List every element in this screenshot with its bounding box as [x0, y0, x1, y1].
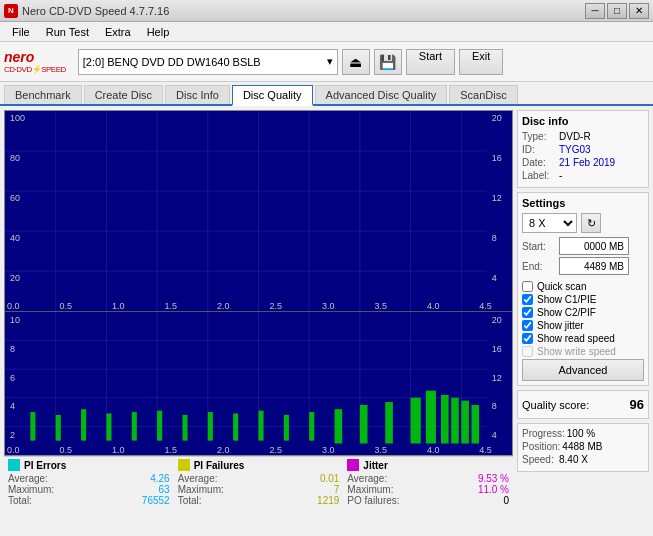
pi-failures-average-value: 0.01 [320, 473, 339, 484]
show-read-speed-label: Show read speed [537, 333, 615, 344]
disc-date-label: Date: [522, 157, 557, 168]
menu-extra[interactable]: Extra [97, 24, 139, 40]
exit-button[interactable]: Exit [459, 49, 503, 75]
start-input[interactable] [559, 237, 629, 255]
end-input[interactable] [559, 257, 629, 275]
svg-rect-38 [56, 415, 61, 441]
jitter-maximum-label: Maximum: [347, 484, 393, 495]
drive-selector-text: [2:0] BENQ DVD DD DW1640 BSLB [83, 56, 261, 68]
disc-id-value: TYG03 [559, 144, 591, 155]
pi-errors-average-label: Average: [8, 473, 48, 484]
pi-errors-color-box [8, 459, 20, 471]
svg-rect-49 [335, 409, 343, 443]
svg-text:8: 8 [10, 344, 15, 354]
eject-button[interactable]: ⏏ [342, 49, 370, 75]
speed-row: 8 X Max 2 X 4 X 6 X 12 X ↻ [522, 213, 644, 233]
quick-scan-checkbox[interactable] [522, 281, 533, 292]
close-button[interactable]: ✕ [629, 3, 649, 19]
jitter-average-label: Average: [347, 473, 387, 484]
nero-logo: nero CD·DVD⚡SPEED [4, 49, 66, 74]
advanced-button[interactable]: Advanced [522, 359, 644, 381]
start-button[interactable]: Start [406, 49, 455, 75]
show-jitter-checkbox[interactable] [522, 320, 533, 331]
pi-errors-maximum-row: Maximum: 63 [8, 484, 170, 495]
refresh-button[interactable]: ↻ [581, 213, 601, 233]
menu-bar: File Run Test Extra Help [0, 22, 653, 42]
pi-errors-total-label: Total: [8, 495, 32, 506]
svg-text:8: 8 [492, 233, 497, 243]
title-bar: N Nero CD-DVD Speed 4.7.7.16 ─ □ ✕ [0, 0, 653, 22]
progress-section: Progress: 100 % Position: 4488 MB Speed:… [517, 423, 649, 472]
charts-container: 20 16 12 8 4 100 80 60 40 20 0.0 0.5 [4, 110, 513, 456]
pi-errors-label: PI Errors [24, 460, 66, 471]
svg-text:12: 12 [492, 373, 502, 383]
svg-text:6: 6 [10, 373, 15, 383]
top-chart-svg: 20 16 12 8 4 100 80 60 40 20 [5, 111, 512, 311]
pi-failures-color-box [178, 459, 190, 471]
svg-rect-47 [284, 415, 289, 441]
svg-text:8: 8 [492, 401, 497, 411]
svg-text:2: 2 [10, 430, 15, 440]
jitter-color-box [347, 459, 359, 471]
jitter-group: Jitter Average: 9.53 % Maximum: 11.0 % P… [347, 459, 509, 534]
show-c1-pie-label: Show C1/PIE [537, 294, 596, 305]
pi-errors-average-value: 4.26 [150, 473, 169, 484]
svg-rect-42 [157, 411, 162, 441]
tab-disc-quality[interactable]: Disc Quality [232, 85, 313, 106]
position-value: 4488 MB [562, 441, 602, 452]
progress-value: 100 % [567, 428, 595, 439]
tab-create-disc[interactable]: Create Disc [84, 85, 163, 104]
end-row: End: [522, 257, 644, 275]
bottom-chart-xaxis: 0.0 0.5 1.0 1.5 2.0 2.5 3.0 3.5 4.0 4.5 [5, 445, 494, 455]
minimize-button[interactable]: ─ [585, 3, 605, 19]
tab-benchmark[interactable]: Benchmark [4, 85, 82, 104]
save-button[interactable]: 💾 [374, 49, 402, 75]
menu-file[interactable]: File [4, 24, 38, 40]
svg-text:20: 20 [492, 316, 502, 326]
svg-text:16: 16 [492, 344, 502, 354]
pi-errors-header: PI Errors [8, 459, 170, 471]
pi-failures-maximum-label: Maximum: [178, 484, 224, 495]
show-c2-pif-checkbox[interactable] [522, 307, 533, 318]
pi-failures-total-value: 1219 [317, 495, 339, 506]
svg-rect-52 [411, 398, 421, 444]
disc-type-label: Type: [522, 131, 557, 142]
position-label: Position: [522, 441, 560, 452]
disc-id-row: ID: TYG03 [522, 144, 644, 155]
progress-label: Progress: [522, 428, 565, 439]
speed-select[interactable]: 8 X Max 2 X 4 X 6 X 12 X [522, 213, 577, 233]
title-bar-text: Nero CD-DVD Speed 4.7.7.16 [22, 5, 169, 17]
svg-rect-51 [385, 402, 393, 443]
svg-rect-40 [106, 414, 111, 441]
show-c1-pie-checkbox[interactable] [522, 294, 533, 305]
svg-rect-46 [259, 411, 264, 441]
tab-scan-disc[interactable]: ScanDisc [449, 85, 517, 104]
bottom-stats: PI Errors Average: 4.26 Maximum: 63 Tota… [4, 456, 513, 536]
pi-failures-average-row: Average: 0.01 [178, 473, 340, 484]
tab-disc-info[interactable]: Disc Info [165, 85, 230, 104]
tab-advanced-disc-quality[interactable]: Advanced Disc Quality [315, 85, 448, 104]
jitter-po-failures-row: PO failures: 0 [347, 495, 509, 506]
drive-selector[interactable]: [2:0] BENQ DVD DD DW1640 BSLB ▾ [78, 49, 338, 75]
menu-run-test[interactable]: Run Test [38, 24, 97, 40]
show-write-speed-label: Show write speed [537, 346, 616, 357]
title-bar-left: N Nero CD-DVD Speed 4.7.7.16 [4, 4, 169, 18]
toolbar: nero CD·DVD⚡SPEED [2:0] BENQ DVD DD DW16… [0, 42, 653, 82]
start-label: Start: [522, 241, 557, 252]
show-read-speed-checkbox[interactable] [522, 333, 533, 344]
dropdown-arrow-icon: ▾ [327, 55, 333, 68]
pi-errors-maximum-label: Maximum: [8, 484, 54, 495]
disc-info-title: Disc info [522, 115, 644, 127]
main-content: 20 16 12 8 4 100 80 60 40 20 0.0 0.5 [0, 106, 653, 536]
svg-rect-37 [30, 412, 35, 441]
tab-bar: Benchmark Create Disc Disc Info Disc Qua… [0, 82, 653, 106]
maximize-button[interactable]: □ [607, 3, 627, 19]
show-c2-pif-row: Show C2/PIF [522, 307, 644, 318]
title-bar-controls: ─ □ ✕ [585, 3, 649, 19]
jitter-average-value: 9.53 % [478, 473, 509, 484]
quality-score-section: Quality score: 96 [517, 390, 649, 419]
disc-info-section: Disc info Type: DVD-R ID: TYG03 Date: 21… [517, 110, 649, 188]
menu-help[interactable]: Help [139, 24, 178, 40]
svg-text:20: 20 [492, 113, 502, 123]
quick-scan-row: Quick scan [522, 281, 644, 292]
